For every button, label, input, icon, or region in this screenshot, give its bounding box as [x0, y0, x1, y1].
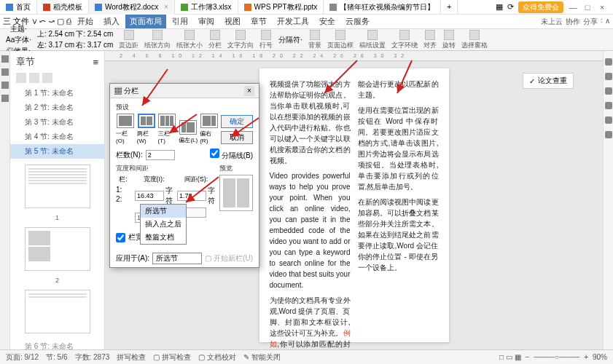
spacing-1-input[interactable] [177, 191, 206, 201]
tool-line-num[interactable]: 行号 [258, 30, 274, 50]
vip-button[interactable]: 众得免费会 [518, 1, 563, 13]
menu-cloud[interactable]: 云服务 [341, 15, 374, 28]
menu-dev[interactable]: 开发工具 [273, 15, 313, 28]
rsb-anim-icon[interactable] [605, 116, 612, 124]
tab-pptx[interactable]: WPS PPT教程.pptx [238, 0, 324, 15]
close-icon[interactable]: × [164, 3, 168, 11]
quick-access[interactable]: ⤺ ⤻ ▢ ⎙ [39, 17, 71, 26]
ok-button[interactable]: 确定 [221, 115, 253, 128]
rsb-select-icon[interactable] [605, 73, 612, 80]
margin-group[interactable]: 上: 2.54 cm 下: 2.54 cm 左: 3.17 cm 右: 3.17… [36, 29, 114, 50]
rsb-style-icon[interactable] [605, 58, 612, 66]
tool-text-dir[interactable]: 文字方向 [226, 30, 255, 50]
apply-select[interactable]: 所选节 [152, 253, 202, 264]
status-section: 节: 5/6 [46, 352, 67, 363]
tool-wrap[interactable]: 文字环绕 [390, 30, 419, 50]
paper-check-tag[interactable]: ✓ 论文查重 [523, 73, 574, 89]
rsb-more-icon[interactable] [605, 131, 612, 138]
tool-align[interactable]: 对齐 [422, 30, 438, 50]
zoom-in[interactable]: + [584, 353, 588, 361]
preset-three[interactable]: 三栏(T) [158, 114, 177, 144]
view-modes[interactable]: □ ▭ ▦ [499, 353, 521, 361]
preset-right[interactable]: 偏右(R) [200, 114, 219, 144]
nav-outline-icon[interactable] [1, 55, 9, 63]
menu-review[interactable]: 审阅 [194, 15, 219, 28]
nav-search-icon[interactable] [1, 68, 9, 76]
rsb-shape-icon[interactable] [605, 87, 612, 95]
tab-xlsx[interactable]: 工作簿3.xlsx [175, 0, 238, 15]
tool-size[interactable]: 纸张大小 [175, 30, 204, 50]
ruler-horizontal[interactable]: 2 4 6 8 10 12 14 16 18 20 22 24 26 28 30… [105, 51, 603, 61]
preset-two[interactable]: 两栏(W) [137, 114, 156, 144]
chapter-tool-1[interactable] [16, 73, 26, 83]
zoom-level[interactable]: 90% [593, 353, 607, 361]
chapter-item-4[interactable]: 第 4 节: 未命名 [10, 130, 104, 144]
dd-after-cursor[interactable]: 插入点之后 [141, 218, 186, 231]
tool-bg[interactable]: 背景 [307, 30, 323, 50]
line-checkbox[interactable] [210, 149, 219, 158]
menu-chapter[interactable]: 章节 [246, 15, 271, 28]
sync-icon[interactable]: ⟳ [507, 2, 514, 12]
cancel-button[interactable]: 取消 [221, 131, 253, 144]
chapter-menu-icon[interactable]: ≡ [93, 57, 98, 68]
chapter-item-5[interactable]: 第 5 节: 未命名 [10, 144, 104, 159]
tool-rotate[interactable]: 旋转 [441, 30, 457, 50]
page-thumb-3[interactable] [25, 290, 90, 333]
chapter-item-6[interactable]: 第 6 节: 未命名 [10, 339, 104, 349]
page-thumb-2[interactable] [25, 227, 90, 271]
tab-add[interactable]: + [441, 0, 458, 15]
menu-insert[interactable]: 插入 [99, 15, 124, 28]
menu-references[interactable]: 引用 [168, 15, 192, 28]
maximize-button[interactable]: □ [582, 2, 593, 12]
tab-home[interactable]: 首页 [0, 0, 37, 15]
dialog-close-button[interactable]: × [244, 86, 254, 96]
cloud-status[interactable]: 未上云 [541, 17, 563, 27]
nav-bookmark-icon[interactable] [1, 82, 9, 89]
tool-margins[interactable]: 页边距 [117, 30, 140, 50]
dd-selected-section[interactable]: 所选节 [141, 205, 186, 218]
status-words[interactable]: 字数: 2873 [75, 352, 110, 363]
status-mode3[interactable]: ✎ 智能关闭 [243, 352, 281, 363]
chapter-item-2[interactable]: 第 2 节: 未命名 [10, 100, 104, 115]
chapter-item-1[interactable]: 第 1 节: 未命名 [10, 86, 104, 100]
zoom-slider[interactable]: ────○──── [534, 353, 579, 361]
status-spell[interactable]: 拼写检查 [117, 352, 146, 363]
width-1-input[interactable] [135, 191, 164, 201]
cols-input[interactable] [146, 150, 175, 160]
chapter-tool-3[interactable] [42, 73, 52, 83]
tool-selection[interactable]: 选择窗格 [460, 30, 489, 50]
preset-one[interactable]: 一栏(O) [116, 114, 135, 144]
chapter-item-3[interactable]: 第 3 节: 未命名 [10, 115, 104, 130]
grid-icon[interactable]: ▦ [496, 2, 503, 12]
status-mode2[interactable]: ▢ 文档校对 [198, 352, 236, 363]
preset-label: 预设 [116, 103, 253, 112]
close-button[interactable]: × [597, 2, 607, 12]
share-button[interactable]: 分享 [583, 17, 598, 27]
ppt-icon [244, 4, 251, 11]
page-thumb-1[interactable] [25, 165, 90, 208]
menu-security[interactable]: 安全 [315, 15, 340, 28]
tool-paper[interactable]: 稿纸设置 [358, 30, 387, 50]
collab-button[interactable]: 协作 [566, 17, 580, 27]
zoom-out[interactable]: − [526, 353, 530, 361]
dd-whole-doc[interactable]: 整篇文档 [141, 231, 186, 244]
tab-word-doc[interactable]: Word教程2.docx× [89, 0, 175, 15]
menu-page-layout[interactable]: 页面布局 [125, 15, 166, 28]
tab-templates[interactable]: 稻壳模板 [37, 0, 89, 15]
minimize-button[interactable]: — [568, 2, 578, 12]
status-mode1[interactable]: ▢ 拼写检查 [153, 352, 191, 363]
rsb-prop-icon[interactable] [605, 102, 612, 109]
menu-more[interactable]: ∶ ∧ [601, 17, 610, 27]
menu-start[interactable]: 开始 [73, 15, 98, 28]
tab-video[interactable]: 【猪年狂欢视频杂编剪节日】 [324, 0, 441, 15]
menu-view[interactable]: 视图 [220, 15, 245, 28]
preset-left[interactable]: 偏左(L) [179, 120, 198, 144]
nav-comment-icon[interactable] [1, 95, 9, 102]
tool-columns[interactable]: 分栏 [207, 30, 223, 50]
status-page[interactable]: 页面: 9/12 [6, 352, 39, 363]
equal-width-checkbox[interactable] [116, 233, 125, 242]
chapter-tool-2[interactable] [29, 73, 39, 83]
tool-spacing[interactable]: 分隔符· [277, 35, 304, 45]
tool-orientation[interactable]: 纸张方向 [143, 30, 172, 50]
tool-border[interactable]: 页面边框 [326, 30, 355, 50]
